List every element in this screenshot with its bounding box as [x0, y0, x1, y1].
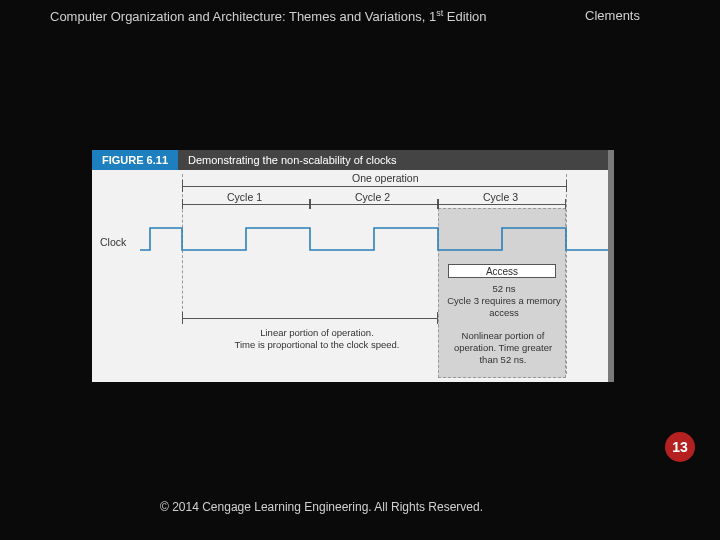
slide-header: Computer Organization and Architecture: … — [0, 8, 720, 24]
linear-caption: Linear portion of operation. Time is pro… — [212, 327, 422, 351]
one-operation-label: One operation — [352, 172, 419, 184]
title-post: Edition — [443, 9, 486, 24]
figure-panel: FIGURE 6.11 Demonstrating the non-scalab… — [92, 150, 614, 382]
linear-span — [182, 318, 438, 319]
access-box: Access — [448, 264, 556, 278]
figure-caption: Demonstrating the non-scalability of clo… — [178, 150, 614, 170]
figure-header: FIGURE 6.11 Demonstrating the non-scalab… — [92, 150, 614, 170]
access-note: 52 ns Cycle 3 requires a memory access — [444, 283, 564, 319]
cycle3-span — [438, 204, 566, 205]
nonlinear-caption: Nonlinear portion of operation. Time gre… — [444, 330, 562, 366]
clock-waveform — [140, 220, 610, 260]
slide: Computer Organization and Architecture: … — [0, 0, 720, 540]
end-guide — [566, 174, 567, 374]
cycle2-span — [310, 204, 438, 205]
copyright-text: © 2014 Cengage Learning Engineering. All… — [160, 500, 483, 514]
timing-diagram: One operation Cycle 1 Cycle 2 Cycle 3 Cl… — [92, 170, 614, 382]
decoration-stripe — [608, 150, 614, 382]
title-pre: Computer Organization and Architecture: … — [50, 9, 436, 24]
cycle1-label: Cycle 1 — [227, 191, 262, 203]
cycle2-label: Cycle 2 — [355, 191, 390, 203]
book-title: Computer Organization and Architecture: … — [50, 8, 487, 24]
cycle1-span — [182, 204, 310, 205]
author-name: Clements — [585, 8, 670, 24]
clock-label: Clock — [100, 236, 126, 248]
page-number-badge: 13 — [665, 432, 695, 462]
one-operation-span — [182, 186, 567, 187]
figure-tag: FIGURE 6.11 — [92, 150, 178, 170]
cycle3-label: Cycle 3 — [483, 191, 518, 203]
